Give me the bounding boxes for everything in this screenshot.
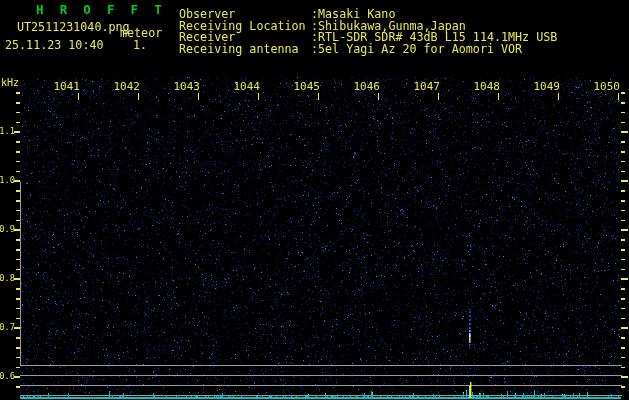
freq-tick-right: [621, 190, 625, 192]
freq-tick-left: [16, 151, 20, 153]
freq-tick-right: [621, 259, 625, 261]
overlay-layer: H R O F F T UT2511231040.png meteor 25.1…: [0, 0, 629, 400]
freq-tick-left: [16, 308, 20, 310]
metadata-row: Receiving antenna:5el Yagi Az 20 for Aom…: [0, 42, 629, 54]
freq-tick-right: [621, 141, 625, 143]
freq-tick-left: [16, 386, 20, 388]
freq-tick-left: [16, 288, 20, 290]
freq-tick-right: [621, 112, 625, 114]
freq-tick-left: [16, 239, 20, 241]
metadata-label: Receiving antenna: [179, 42, 299, 56]
metadata-row: Observer:Masaki Kano: [0, 7, 629, 19]
hrofft-window: H R O F F T UT2511231040.png meteor 25.1…: [0, 0, 629, 400]
freq-tick-right: [621, 337, 625, 339]
freq-tick-right: [621, 131, 628, 133]
freq-unit-label: kHz: [1, 77, 19, 88]
freq-tick-left: [16, 122, 20, 124]
freq-tick-left: [16, 161, 20, 163]
metadata-row: Receiver:RTL-SDR SDR# 43dB L15 114.1MHz …: [0, 30, 629, 42]
time-tick-label: 1048: [470, 80, 500, 93]
time-tick-label: 1041: [50, 80, 80, 93]
time-tick: [318, 93, 320, 100]
freq-tick-label: 1.0: [0, 175, 15, 185]
time-tick-label: 1049: [530, 80, 560, 93]
time-tick: [438, 93, 440, 100]
freq-tick-right: [621, 347, 625, 349]
freq-tick-left: [16, 367, 20, 369]
freq-tick-right: [621, 171, 625, 173]
time-tick: [498, 93, 500, 100]
freq-tick-left: [16, 190, 20, 192]
freq-tick-label: 0.8: [0, 273, 15, 283]
metadata-value: :5el Yagi Az 20 for Aomori VOR: [311, 42, 522, 56]
time-tick: [618, 93, 620, 100]
time-tick-label: 1046: [350, 80, 380, 93]
freq-tick-right: [621, 239, 625, 241]
time-tick: [378, 93, 380, 100]
freq-tick-right: [621, 220, 625, 222]
freq-tick-left: [16, 337, 20, 339]
freq-tick-left: [16, 102, 20, 104]
time-tick-label: 1045: [290, 80, 320, 93]
freq-tick-right: [621, 102, 625, 104]
time-tick-label: 1044: [230, 80, 260, 93]
freq-tick-right: [621, 229, 628, 231]
freq-tick-right: [621, 210, 625, 212]
time-tick-label: 1043: [170, 80, 200, 93]
freq-tick-label: 0.6: [0, 371, 15, 381]
freq-tick-left: [16, 318, 20, 320]
freq-tick-left: [16, 171, 20, 173]
freq-tick-right: [621, 151, 625, 153]
freq-tick-left: [16, 200, 20, 202]
time-tick: [78, 93, 80, 100]
freq-tick-right: [621, 92, 625, 94]
freq-tick-right: [621, 298, 625, 300]
freq-tick-left: [16, 269, 20, 271]
freq-tick-label: 0.7: [0, 322, 15, 332]
time-tick-label: 1042: [110, 80, 140, 93]
freq-tick-right: [621, 200, 625, 202]
time-tick: [558, 93, 560, 100]
freq-tick-right: [621, 327, 628, 329]
freq-tick-left: [16, 220, 20, 222]
freq-tick-left: [16, 259, 20, 261]
freq-tick-left: [16, 298, 20, 300]
freq-tick-right: [621, 249, 625, 251]
freq-tick-right: [621, 367, 625, 369]
time-tick-label: 1047: [410, 80, 440, 93]
freq-tick-left: [16, 249, 20, 251]
time-tick: [198, 93, 200, 100]
freq-tick-right: [621, 308, 625, 310]
freq-tick-right: [621, 161, 625, 163]
freq-tick-right: [621, 122, 625, 124]
freq-tick-left: [16, 357, 20, 359]
freq-tick-right: [621, 318, 625, 320]
freq-tick-right: [621, 376, 628, 378]
freq-tick-label: 0.9: [0, 224, 15, 234]
time-tick: [138, 93, 140, 100]
freq-tick-right: [621, 269, 625, 271]
freq-tick-label: 1.1: [0, 126, 15, 136]
freq-tick-right: [621, 386, 625, 388]
freq-tick-left: [16, 210, 20, 212]
time-tick-label: 1050: [590, 80, 620, 93]
freq-tick-right: [621, 357, 625, 359]
freq-tick-left: [16, 347, 20, 349]
freq-tick-left: [16, 112, 20, 114]
freq-tick-left: [16, 92, 20, 94]
freq-tick-right: [621, 278, 628, 280]
freq-tick-right: [621, 288, 625, 290]
freq-tick-left: [16, 141, 20, 143]
freq-tick-right: [621, 180, 628, 182]
time-tick: [258, 93, 260, 100]
